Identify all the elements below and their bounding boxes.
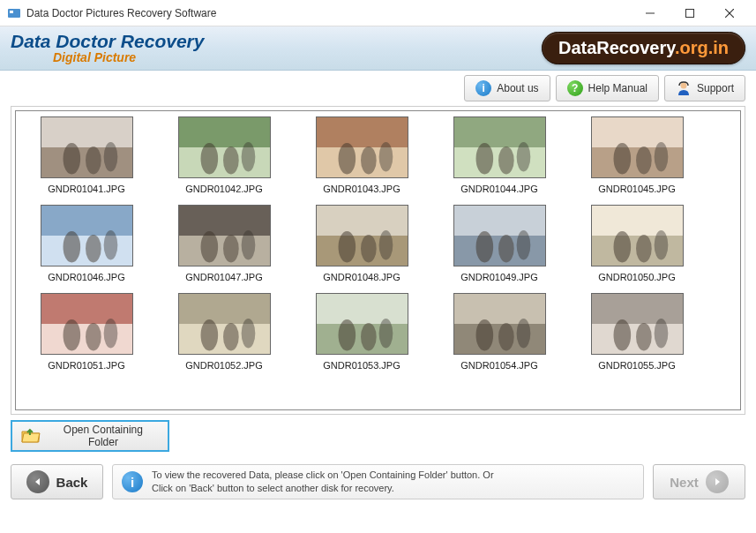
open-containing-folder-button[interactable]: Open Containing Folder — [11, 420, 169, 452]
thumbnail-item[interactable]: GNDR01055.JPG — [568, 293, 706, 371]
svg-rect-43 — [317, 206, 408, 236]
svg-point-40 — [223, 235, 239, 262]
thumbnail-filename: GNDR01041.JPG — [48, 184, 124, 194]
thumbnail-image — [178, 293, 271, 355]
about-button[interactable]: i About us — [464, 75, 550, 101]
svg-point-79 — [613, 319, 631, 350]
thumbnail-item[interactable]: GNDR01052.JPG — [155, 293, 293, 371]
svg-point-66 — [241, 319, 255, 348]
thumbnail-item[interactable]: GNDR01054.JPG — [430, 293, 568, 371]
svg-point-10 — [86, 146, 101, 174]
svg-point-69 — [338, 319, 356, 350]
svg-point-11 — [103, 142, 117, 171]
logo-area: Data Doctor Recovery Digital Picture — [11, 31, 204, 64]
thumbnail-scroll-area[interactable]: GNDR01041.JPG GNDR01042.JPG GNDR01043.JP… — [15, 110, 741, 410]
maximize-button[interactable] — [670, 0, 709, 26]
thumbnail-filename: GNDR01048.JPG — [323, 272, 400, 282]
svg-point-46 — [378, 230, 393, 259]
svg-point-41 — [241, 230, 255, 259]
thumbnail-filename: GNDR01045.JPG — [598, 184, 675, 194]
svg-point-70 — [361, 323, 377, 350]
svg-point-51 — [516, 230, 530, 259]
thumbnail-filename: GNDR01043.JPG — [323, 184, 400, 194]
site-prefix: DataRecovery — [558, 38, 675, 57]
next-button[interactable]: Next — [653, 464, 745, 499]
thumbnail-image — [453, 205, 546, 266]
info-icon: i — [122, 471, 143, 492]
logo-sub-text: Digital Picture — [53, 51, 204, 64]
folder-icon — [21, 428, 41, 444]
svg-point-39 — [200, 231, 218, 262]
thumbnail-item[interactable]: GNDR01053.JPG — [293, 293, 430, 371]
svg-point-44 — [338, 231, 356, 262]
thumbnail-item[interactable]: GNDR01045.JPG — [568, 116, 706, 194]
svg-rect-18 — [317, 117, 408, 147]
thumbnail-item[interactable]: GNDR01043.JPG — [293, 116, 430, 194]
thumbnail-item[interactable]: GNDR01048.JPG — [293, 205, 430, 282]
svg-rect-78 — [592, 294, 683, 324]
thumbnail-filename: GNDR01044.JPG — [460, 184, 537, 194]
thumbnail-image — [316, 116, 408, 178]
svg-point-64 — [200, 319, 218, 350]
thumbnail-item[interactable]: GNDR01044.JPG — [430, 116, 568, 194]
logo-main-text: Data Doctor Recovery — [11, 31, 204, 51]
svg-rect-38 — [179, 206, 270, 236]
toolbar: i About us ? Help Manual Support — [0, 71, 756, 106]
footer: Back i To view the recovered Data, pleas… — [0, 457, 756, 507]
back-label: Back — [56, 475, 88, 490]
svg-point-14 — [200, 143, 218, 174]
thumbnail-filename: GNDR01046.JPG — [48, 272, 124, 282]
svg-rect-3 — [685, 9, 693, 17]
about-label: About us — [497, 82, 538, 94]
thumbnail-item[interactable]: GNDR01051.JPG — [18, 293, 155, 371]
thumbnail-item[interactable]: GNDR01047.JPG — [155, 205, 293, 282]
svg-point-31 — [654, 142, 668, 171]
thumbnail-item[interactable]: GNDR01050.JPG — [568, 205, 706, 282]
svg-rect-33 — [41, 206, 132, 236]
site-suffix: .org.in — [675, 38, 729, 57]
thumbnail-item[interactable]: GNDR01046.JPG — [18, 205, 155, 282]
support-button[interactable]: Support — [664, 75, 745, 101]
svg-point-56 — [654, 230, 668, 259]
close-button[interactable] — [709, 0, 749, 26]
thumbnail-filename: GNDR01053.JPG — [323, 360, 400, 371]
app-icon — [7, 6, 21, 20]
thumbnail-item[interactable]: GNDR01041.JPG — [18, 116, 155, 194]
svg-point-24 — [475, 143, 493, 174]
svg-point-65 — [223, 323, 239, 350]
thumbnail-image — [316, 293, 408, 355]
svg-point-36 — [103, 230, 117, 259]
info-line2: Click on 'Back' button to select another… — [152, 482, 494, 495]
svg-point-9 — [63, 143, 80, 174]
svg-point-75 — [498, 323, 514, 350]
info-icon: i — [475, 80, 491, 96]
svg-rect-23 — [454, 117, 545, 147]
thumbnail-filename: GNDR01050.JPG — [598, 272, 675, 282]
svg-point-20 — [361, 146, 377, 174]
svg-point-49 — [475, 231, 493, 262]
svg-rect-68 — [317, 294, 408, 324]
thumbnail-filename: GNDR01051.JPG — [48, 360, 124, 371]
svg-point-6 — [680, 83, 686, 89]
svg-point-26 — [516, 142, 530, 171]
svg-rect-1 — [10, 11, 13, 13]
svg-rect-48 — [454, 206, 545, 236]
svg-point-55 — [636, 235, 652, 262]
info-line1: To view the recovered Data, please click… — [152, 469, 494, 482]
thumbnail-item[interactable]: GNDR01049.JPG — [430, 205, 568, 282]
next-arrow-icon — [706, 470, 729, 493]
svg-point-76 — [516, 319, 530, 348]
window-title: Data Doctor Pictures Recovery Software — [26, 7, 630, 19]
open-folder-label: Open Containing Folder — [48, 424, 159, 448]
help-label: Help Manual — [588, 82, 647, 94]
svg-point-16 — [241, 142, 255, 171]
help-button[interactable]: ? Help Manual — [556, 75, 659, 101]
site-badge: DataRecovery.org.in — [542, 32, 745, 64]
svg-rect-13 — [179, 117, 270, 147]
thumbnail-item[interactable]: GNDR01042.JPG — [155, 116, 293, 194]
support-icon — [676, 80, 692, 96]
back-button[interactable]: Back — [11, 464, 103, 499]
svg-point-81 — [654, 319, 668, 348]
minimize-button[interactable] — [630, 0, 670, 26]
thumbnail-image — [316, 205, 408, 266]
